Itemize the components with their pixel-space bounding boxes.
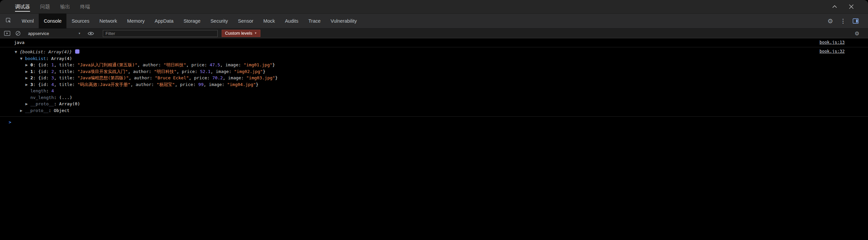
titlebar-actions xyxy=(831,3,855,10)
token: : xyxy=(46,88,52,93)
tab-console[interactable]: Console xyxy=(39,14,66,28)
token: : xyxy=(229,69,234,74)
string-value: "img01.jpg" xyxy=(244,62,272,67)
tab-wxml[interactable]: Wxml xyxy=(17,14,39,28)
window-tab-output[interactable]: 输出 xyxy=(60,0,70,13)
tab-trace[interactable]: Trace xyxy=(304,14,326,28)
token: , xyxy=(54,62,59,67)
log-text: java xyxy=(0,39,845,46)
string-value: "明日科技" xyxy=(154,69,177,74)
disclosure-triangle[interactable]: ▶ xyxy=(25,75,30,81)
filter-input[interactable] xyxy=(103,30,218,37)
property-key: image xyxy=(216,69,229,74)
tab-sources[interactable]: Sources xyxy=(66,14,94,28)
object-preview: {bookList: Array(4)} xyxy=(20,49,72,54)
property-key: bookList xyxy=(25,56,46,61)
token: , xyxy=(175,82,180,87)
property-key: author xyxy=(135,82,151,87)
window-tab-debugger[interactable]: 调试器 xyxy=(15,0,30,13)
token: : xyxy=(49,108,54,113)
token: : xyxy=(33,62,38,67)
tab-network[interactable]: Network xyxy=(94,14,122,28)
collapse-chevron-icon[interactable] xyxy=(831,3,838,10)
console-settings-gear-icon[interactable]: ⚙ xyxy=(855,30,859,37)
property-key: price xyxy=(191,62,204,67)
kebab-menu-icon[interactable]: ⋮ xyxy=(839,17,847,25)
disclosure-triangle[interactable]: ▶ xyxy=(25,81,30,88)
console-entry: book.js:32 ▼{bookList: Array(4)}▼bookLis… xyxy=(0,47,868,117)
console-sidebar-toggle-icon[interactable] xyxy=(3,30,11,37)
close-icon[interactable] xyxy=(848,3,855,10)
token: : xyxy=(207,75,212,80)
property-key: title xyxy=(59,62,72,67)
string-value: "Java编程思想(第四版)" xyxy=(78,75,129,80)
token: Array(4) xyxy=(51,56,72,61)
string-value: "Java项目开发实战入门" xyxy=(78,69,128,74)
token: Object xyxy=(54,108,69,113)
tab-mock[interactable]: Mock xyxy=(258,14,280,28)
token: : xyxy=(46,62,52,67)
context-selector-value: appservice xyxy=(28,31,49,36)
tree-row: ▶0: {id: 1, title: "Java从入门到精通(第五版)", au… xyxy=(0,62,845,68)
tab-appdata[interactable]: AppData xyxy=(150,14,178,28)
clear-console-icon[interactable] xyxy=(14,30,22,37)
property-key: title xyxy=(59,82,72,87)
custom-levels-button[interactable]: Custom levels ▼ xyxy=(222,30,260,37)
token: , xyxy=(220,62,225,67)
getter-invoke-button[interactable]: (...) xyxy=(59,95,72,100)
property-key: author xyxy=(133,69,149,74)
disclosure-triangle[interactable]: ▼ xyxy=(20,55,25,62)
gear-icon[interactable]: ⚙ xyxy=(827,17,834,25)
tab-storage[interactable]: Storage xyxy=(179,14,206,28)
dock-icon[interactable] xyxy=(852,17,859,25)
property-key: price xyxy=(194,75,207,80)
token: : xyxy=(72,62,78,67)
disclosure-triangle[interactable]: ▶ xyxy=(25,62,30,68)
window-tab-strip: 调试器问题输出终端 xyxy=(15,0,100,13)
property-key: image xyxy=(228,75,241,80)
disclosure-triangle[interactable]: ▶ xyxy=(25,101,30,107)
inspect-element-button[interactable] xyxy=(0,14,17,28)
token: } xyxy=(256,82,258,87)
token: , xyxy=(54,75,59,80)
chevron-down-icon: ▼ xyxy=(78,32,81,35)
live-expression-eye-icon[interactable] xyxy=(87,30,95,37)
number-value: 99 xyxy=(198,82,204,87)
token: , xyxy=(186,62,191,67)
object-tree: ▼{bookList: Array(4)}▼bookList: Array(4)… xyxy=(0,49,845,114)
tab-audits[interactable]: Audits xyxy=(280,14,303,28)
property-key: nv_length xyxy=(30,95,54,100)
token: : xyxy=(72,82,78,87)
property-key: id xyxy=(41,75,46,80)
token: } xyxy=(263,69,266,74)
tab-sensor[interactable]: Sensor xyxy=(233,14,258,28)
property-key: author xyxy=(143,62,158,67)
token: , xyxy=(130,82,136,87)
token: : xyxy=(241,75,246,80)
token: , xyxy=(223,75,228,80)
string-value: "img03.jpg" xyxy=(246,75,275,80)
token: , xyxy=(211,69,216,74)
disclosure-triangle[interactable]: ▶ xyxy=(25,68,30,75)
window-tab-terminal[interactable]: 终端 xyxy=(80,0,90,13)
execution-context-selector[interactable]: appservice ▼ xyxy=(28,31,81,36)
number-value: 70.2 xyxy=(212,75,223,80)
tree-row: ▶1: {id: 2, title: "Java项目开发实战入门", autho… xyxy=(0,68,845,75)
console-prompt[interactable]: > xyxy=(0,117,868,125)
tab-vulnerability[interactable]: Vulnerability xyxy=(326,14,362,28)
property-key: id xyxy=(41,69,46,74)
console-output: java book.js:13 book.js:32 ▼{bookList: A… xyxy=(0,38,868,240)
source-link[interactable]: book.js:13 xyxy=(819,40,845,45)
disclosure-triangle[interactable]: ▼ xyxy=(15,49,20,55)
property-key: image xyxy=(209,82,222,87)
source-link[interactable]: book.js:32 xyxy=(819,49,845,54)
token: : xyxy=(46,69,52,74)
tab-security[interactable]: Security xyxy=(205,14,233,28)
tree-row: ▶3: {id: 4, title: "码出高效:Java开发手册", auth… xyxy=(0,81,845,88)
property-key: title xyxy=(59,75,72,80)
token: : xyxy=(46,56,52,61)
custom-levels-label: Custom levels xyxy=(225,31,252,36)
disclosure-triangle[interactable]: ▶ xyxy=(20,107,25,114)
window-tab-problems[interactable]: 问题 xyxy=(40,0,50,13)
tab-memory[interactable]: Memory xyxy=(122,14,150,28)
